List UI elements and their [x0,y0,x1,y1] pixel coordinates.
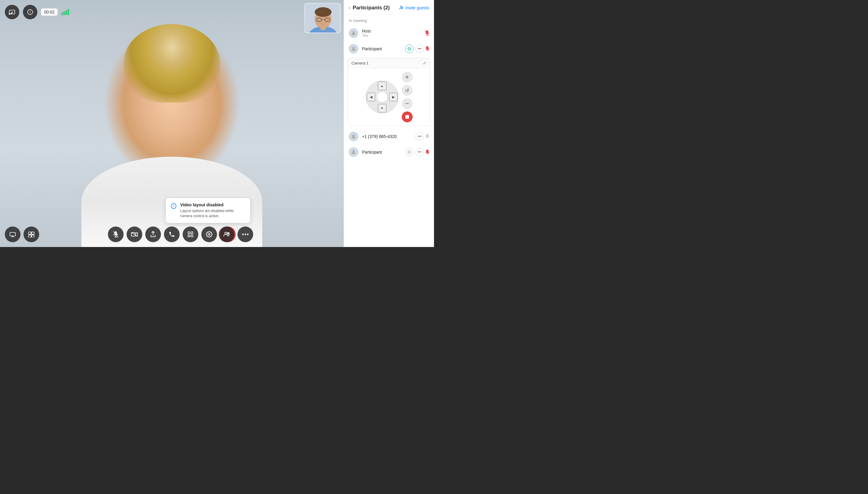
video-button[interactable] [127,227,142,242]
svg-rect-24 [188,232,190,234]
ptz-center [376,91,388,103]
toast-content: Video layout disabled Layout options are… [180,203,245,219]
bottom-center-toolbar [108,227,236,242]
svg-rect-60 [426,134,429,137]
bottom-right-toolbar [219,227,253,242]
in-meeting-label: In meeting [344,15,434,25]
phone-participant-mic-icon [426,134,429,139]
host-name: Host [362,28,421,34]
host-role: You [362,34,421,38]
participant-1-info: Participant [362,46,402,51]
svg-point-9 [315,7,332,17]
participant-item-host: Host You [344,25,434,41]
camera-control-panel: Camera 1 ⤢ ▲ ▼ ◀ ▶ [348,58,430,126]
ptz-right-button[interactable]: ▶ [389,93,398,101]
phone-participant-avatar [349,132,358,141]
phone-participant-name: +1 (379) 865-4320 [362,134,412,139]
toast-title: Video layout disabled [180,203,245,207]
mute-button[interactable] [108,227,124,242]
participant-3-actions: ••• [405,148,429,156]
refresh-button[interactable]: ↺ [402,85,412,96]
participant-1-name: Participant [362,46,402,51]
svg-point-36 [247,234,248,235]
phone-participant-info: +1 (379) 865-4320 [362,134,412,139]
info-button[interactable] [23,5,37,19]
participant-item-3: Participant ••• [344,144,434,160]
sidebar-header: › Participants (2) Invite guests [344,0,434,15]
participant-1-avatar [349,44,358,54]
participant-thumbnail [304,3,340,33]
expand-camera-button[interactable]: ⤢ [423,60,426,65]
phone-participant-actions: ••• [415,132,429,141]
svg-point-43 [353,31,355,34]
svg-point-34 [242,234,244,235]
more-actions-button-phone[interactable]: ••• [415,132,424,141]
signal-strength [61,9,69,15]
ptz-up-button[interactable]: ▲ [378,82,386,90]
video-area: 00:02 [0,0,344,247]
share-button[interactable] [145,227,161,242]
host-mic-icon [425,31,429,36]
camera-control-button-3[interactable] [405,148,413,156]
more-actions-button-3[interactable]: ••• [415,148,424,156]
bottom-left-toolbar [5,227,39,242]
call-timer: 00:02 [41,8,58,16]
svg-rect-13 [10,232,15,236]
sidebar-title-row: › Participants (2) [349,5,390,11]
stop-camera-button[interactable] [402,111,412,122]
cast-button[interactable] [5,5,19,19]
toast-body: Layout options are disabled while camera… [180,208,245,219]
svg-rect-15 [32,232,34,234]
settings-button[interactable] [201,227,217,242]
zoom-controls: + ↺ − [402,72,412,122]
more-button[interactable] [238,227,253,242]
host-actions [425,31,429,36]
participants-count-label: Participants (2) [353,5,390,11]
participant-3-mic-icon [426,150,429,154]
svg-rect-16 [29,235,31,238]
svg-point-28 [208,233,210,235]
svg-point-35 [245,234,246,235]
participant-3-avatar [349,147,358,157]
audio-call-button[interactable] [164,227,180,242]
participants-sidebar: › Participants (2) Invite guests In meet… [344,0,434,247]
participant-list: Host You [344,25,434,247]
zoom-out-button[interactable]: − [402,98,412,109]
layout-button[interactable] [23,227,39,242]
ptz-down-button[interactable]: ▼ [378,104,386,112]
cast-screen-button[interactable] [5,227,20,242]
participant-1-mic-icon [426,46,429,51]
svg-rect-17 [32,235,34,238]
svg-point-48 [353,47,355,49]
more-actions-button-1[interactable]: ••• [415,44,424,53]
participant-3-info: Participant [362,150,402,154]
ptz-ring: ▲ ▼ ◀ ▶ [366,80,399,114]
svg-point-62 [353,150,355,152]
camera-name-label: Camera 1 [351,61,369,65]
collapse-sidebar-button[interactable]: › [349,5,350,11]
participant-item-1: Participant ••• [344,41,434,57]
invite-guests-label: Invite guests [405,5,429,10]
top-controls: 00:02 [5,5,69,19]
svg-rect-14 [29,232,31,234]
svg-rect-27 [191,235,193,237]
host-avatar [349,28,358,38]
svg-rect-25 [191,232,193,234]
grid-view-button[interactable] [183,227,198,242]
toast-info-icon [171,203,177,219]
zoom-in-button[interactable]: + [402,72,412,82]
participant-item-phone: +1 (379) 865-4320 ••• [344,129,434,144]
invite-guests-button[interactable]: Invite guests [399,5,429,10]
camera-control-button-1[interactable] [405,44,413,53]
participant-1-actions: ••• [405,44,429,53]
app-container: 00:02 [0,0,434,247]
participants-button[interactable] [219,227,235,242]
svg-rect-26 [188,235,190,237]
camera-control-body: ▲ ▼ ◀ ▶ + ↺ − [348,68,430,126]
svg-rect-58 [405,115,409,119]
ptz-left-button[interactable]: ◀ [367,93,375,101]
camera-control-header: Camera 1 ⤢ [348,58,430,68]
ptz-controls: ▲ ▼ ◀ ▶ [366,80,399,114]
svg-point-59 [353,135,355,137]
svg-point-40 [401,6,402,7]
